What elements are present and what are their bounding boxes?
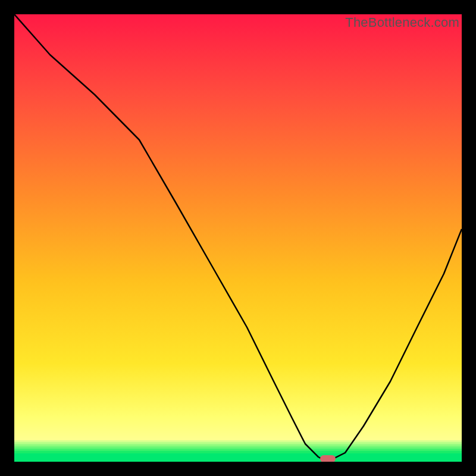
trough-marker [320, 455, 336, 462]
svg-rect-2 [14, 444, 462, 446]
chart-frame: TheBottleneck.com [0, 0, 476, 476]
svg-rect-5 [14, 449, 462, 451]
svg-rect-4 [14, 447, 462, 449]
green-bands [14, 440, 462, 462]
gradient-background [14, 14, 462, 462]
watermark-text: TheBottleneck.com [345, 15, 459, 30]
plot-area: TheBottleneck.com [14, 14, 462, 462]
svg-rect-7 [14, 453, 462, 462]
svg-rect-3 [14, 446, 462, 447]
svg-rect-0 [14, 440, 462, 442]
svg-rect-1 [14, 442, 462, 444]
svg-rect-6 [14, 451, 462, 453]
chart-svg [14, 14, 462, 462]
